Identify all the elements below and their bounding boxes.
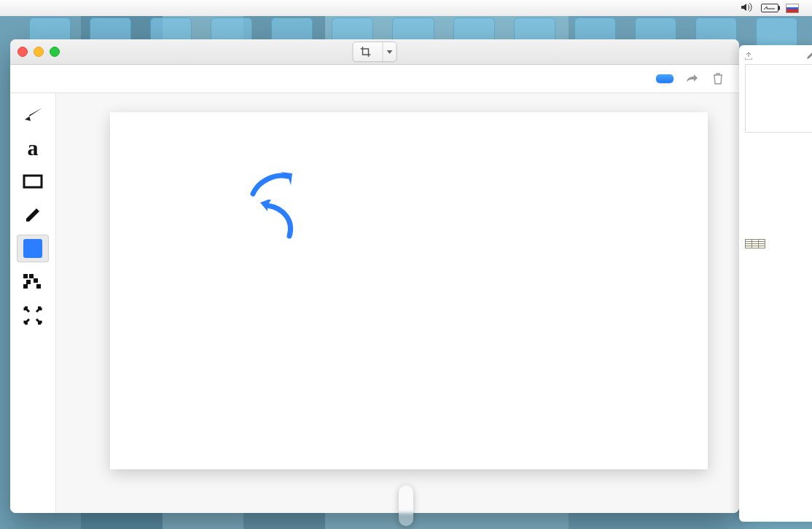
svg-rect-5: [23, 284, 28, 289]
arrow-tool-icon: [22, 106, 44, 122]
svg-rect-2: [29, 274, 34, 278]
tool-sidebar: a: [10, 93, 56, 513]
text-tool-icon: a: [28, 136, 39, 160]
trash-icon: [713, 73, 723, 85]
window-traffic-lights: [17, 47, 60, 57]
pixelate-tool-icon: [23, 274, 42, 290]
capture-mode-dropdown[interactable]: [383, 42, 397, 61]
document-toolbar: [10, 65, 739, 93]
window-titlebar[interactable]: [10, 39, 739, 65]
window-close-button[interactable]: [17, 47, 28, 57]
crop-icon: [361, 47, 371, 57]
tool-pixelate[interactable]: [17, 268, 49, 296]
tool-crop[interactable]: [17, 302, 49, 329]
marker-tool-icon: [23, 205, 42, 224]
share-arrow-icon: [685, 74, 698, 84]
share-button[interactable]: [684, 71, 700, 87]
desktop: a: [0, 16, 812, 529]
svg-rect-0: [24, 176, 42, 187]
chevron-down-icon: [387, 50, 393, 54]
crop-resize-icon: [23, 306, 42, 325]
canvas[interactable]: [110, 112, 708, 469]
svg-rect-6: [36, 284, 41, 289]
input-source-flag-icon[interactable]: [786, 4, 799, 13]
svg-rect-1: [23, 274, 28, 278]
window-zoom-button[interactable]: [50, 47, 60, 57]
tool-rectangle[interactable]: [17, 168, 49, 195]
annotation-arrow-2[interactable]: [253, 200, 311, 258]
tool-arrow[interactable]: [17, 101, 49, 128]
window-minimize-button[interactable]: [34, 47, 44, 57]
battery-status[interactable]: [760, 4, 778, 12]
volume-icon[interactable]: [741, 3, 752, 14]
color-swatch-icon: [23, 239, 42, 258]
edit-icon: [806, 52, 812, 60]
tool-marker[interactable]: [17, 201, 49, 229]
bg-doc-table: [745, 239, 765, 248]
canvas-area[interactable]: [56, 93, 739, 513]
tool-text[interactable]: a: [17, 134, 49, 162]
share-icon: [745, 52, 752, 60]
rect-tool-icon: [23, 174, 43, 189]
tool-color[interactable]: [17, 235, 49, 262]
background-document-window: [739, 45, 812, 522]
login-button[interactable]: [656, 74, 674, 83]
dock: [399, 485, 413, 526]
svg-rect-3: [26, 280, 31, 284]
macos-menubar: [0, 0, 812, 17]
capture-mode-button[interactable]: [353, 42, 397, 62]
delete-button[interactable]: [710, 71, 726, 87]
svg-rect-4: [34, 278, 38, 283]
skitch-window: a: [10, 39, 739, 513]
